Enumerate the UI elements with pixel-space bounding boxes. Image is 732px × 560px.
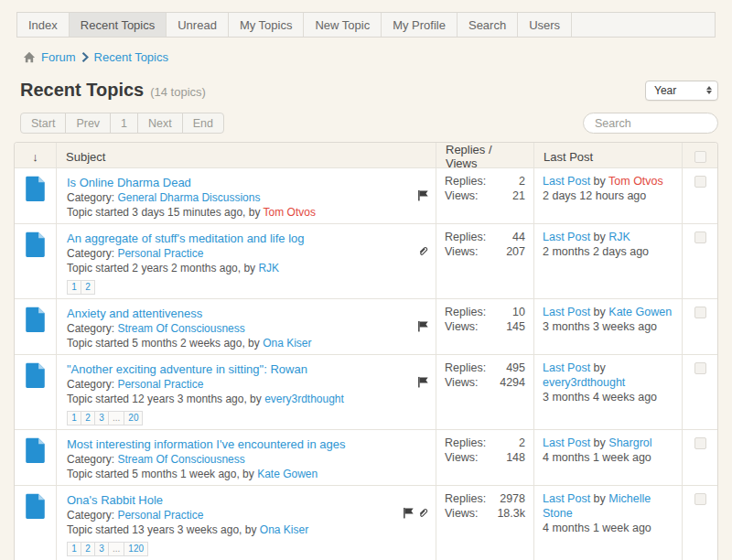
replies-count: 2978 [500,491,525,506]
breadcrumb-forum-link[interactable]: Forum [41,50,76,64]
category-link[interactable]: Personal Practice [117,378,203,391]
topic-starter[interactable]: Kate Gowen [257,468,318,480]
pagination-start-button[interactable]: Start [20,113,66,134]
topic-title-link[interactable]: "Another exciting adventure in sitting":… [67,362,307,376]
views-count: 148 [506,450,525,465]
last-post-time: 4 months 1 week ago [543,450,674,465]
search-input[interactable] [584,113,718,133]
main-nav: Index Recent Topics Unread My Topics New… [16,12,716,38]
category-label: Category: [67,378,114,391]
topic-starter[interactable]: RJK [258,262,279,275]
title-row: Recent Topics (14 topics) Year [20,80,718,101]
topic-starter[interactable]: Tom Otvos [264,206,316,219]
category-link[interactable]: Personal Practice [117,509,203,522]
pagination-next-button[interactable]: Next [137,113,183,134]
house-icon [23,51,36,63]
row-checkbox[interactable] [694,176,706,188]
category-link[interactable]: General Dharma Discussions [117,191,260,204]
pagination-end-button[interactable]: End [182,113,224,134]
nav-tab-users[interactable]: Users [518,13,572,37]
row-checkbox[interactable] [694,307,706,318]
views-count: 18.3k [497,506,525,521]
row-checkbox[interactable] [694,493,706,505]
last-post-link[interactable]: Last Post [543,361,590,374]
last-post-link[interactable]: Last Post [543,492,590,505]
replies-label: Replies: [445,491,486,506]
mini-page-button[interactable]: 2 [81,280,95,295]
replies-count: 2 [519,174,525,188]
nav-tab-search[interactable]: Search [458,13,518,37]
category-link[interactable]: Stream Of Consciousness [117,453,244,466]
last-poster[interactable]: every3rdthought [543,376,625,389]
mini-page-button[interactable]: 2 [81,411,95,425]
topics-table: ↓ Subject Replies / Views Last Post Is O… [14,142,718,560]
category-link[interactable]: Stream Of Consciousness [117,322,244,335]
last-poster[interactable]: Shargrol [608,436,651,449]
topic-title-link[interactable]: Anxiety and attentiveness [67,307,202,320]
table-row: "Another exciting adventure in sitting":… [15,354,717,429]
nav-tab-recent-topics[interactable]: Recent Topics [70,13,167,37]
views-label: Views: [445,244,479,259]
paperclip-icon [417,245,429,257]
table-row: Is Online Dharma Dead Category: General … [15,167,717,223]
row-checkbox[interactable] [694,437,706,449]
views-count: 207 [506,244,525,259]
nav-tab-my-topics[interactable]: My Topics [229,13,305,37]
mini-page-button[interactable]: 2 [81,542,95,556]
views-label: Views: [445,188,479,203]
last-post-time: 2 months 2 days ago [543,244,674,259]
header-last-post: Last Post [533,143,682,170]
row-checkbox[interactable] [694,362,706,374]
mini-pagination: 123...20 [67,411,143,425]
by-label: by [594,231,606,243]
views-count: 145 [506,319,525,334]
mini-page-button[interactable]: 1 [67,411,81,425]
last-post-link[interactable]: Last Post [543,436,590,449]
document-icon [24,362,47,429]
replies-count: 44 [512,230,525,244]
last-poster[interactable]: Kate Gowen [608,306,672,318]
topic-starter[interactable]: Ona Kiser [263,337,311,350]
mini-page-button[interactable]: 3 [94,542,109,556]
category-label: Category: [67,453,114,466]
mini-page-button[interactable]: 1 [67,542,81,556]
topic-started-text: Topic started 5 months 1 week ago, by [67,468,254,480]
year-select[interactable]: Year [645,81,718,101]
last-post-link[interactable]: Last Post [543,306,590,318]
nav-tab-index[interactable]: Index [17,13,70,37]
mini-pagination: 123...120 [67,542,148,556]
category-link[interactable]: Personal Practice [117,247,203,260]
mini-page-button[interactable]: 120 [124,542,148,556]
mini-page-button[interactable]: 3 [94,411,109,425]
mini-page-button[interactable]: 20 [124,411,143,425]
topic-starter[interactable]: Ona Kiser [260,523,308,536]
breadcrumb-recent-topics-link[interactable]: Recent Topics [94,50,168,64]
topic-title-link[interactable]: Most interesting information I've encoun… [67,437,346,451]
toolbar: Start Prev 1 Next End [20,113,718,134]
pagination-prev-button[interactable]: Prev [65,113,111,134]
views-label: Views: [445,450,479,465]
select-all-checkbox[interactable] [694,151,706,163]
table-row: Most interesting information I've encoun… [15,429,717,485]
by-label: by [594,175,606,188]
topic-title-link[interactable]: An aggregate of stuff's meditation and l… [67,232,305,245]
topic-starter[interactable]: every3rdthought [264,393,344,405]
last-poster[interactable]: Tom Otvos [608,175,663,188]
nav-tab-my-profile[interactable]: My Profile [382,13,458,37]
views-count: 21 [512,188,525,203]
last-post-link[interactable]: Last Post [543,175,590,188]
category-label: Category: [67,322,114,335]
row-checkbox[interactable] [694,232,706,243]
last-post-time: 2 days 12 hours ago [543,188,674,203]
page-title: Recent Topics [20,80,144,101]
nav-tab-new-topic[interactable]: New Topic [304,13,382,37]
mini-page-button[interactable]: 1 [67,280,81,295]
last-post-link[interactable]: Last Post [543,231,590,243]
table-row: Ona's Rabbit Hole Category: Personal Pra… [15,485,717,560]
topic-title-link[interactable]: Ona's Rabbit Hole [67,493,163,507]
topic-title-link[interactable]: Is Online Dharma Dead [67,176,191,189]
sort-desc-icon[interactable]: ↓ [15,143,56,170]
nav-tab-unread[interactable]: Unread [167,13,229,37]
pagination-page-1-button[interactable]: 1 [110,113,138,134]
last-poster[interactable]: RJK [608,231,630,243]
